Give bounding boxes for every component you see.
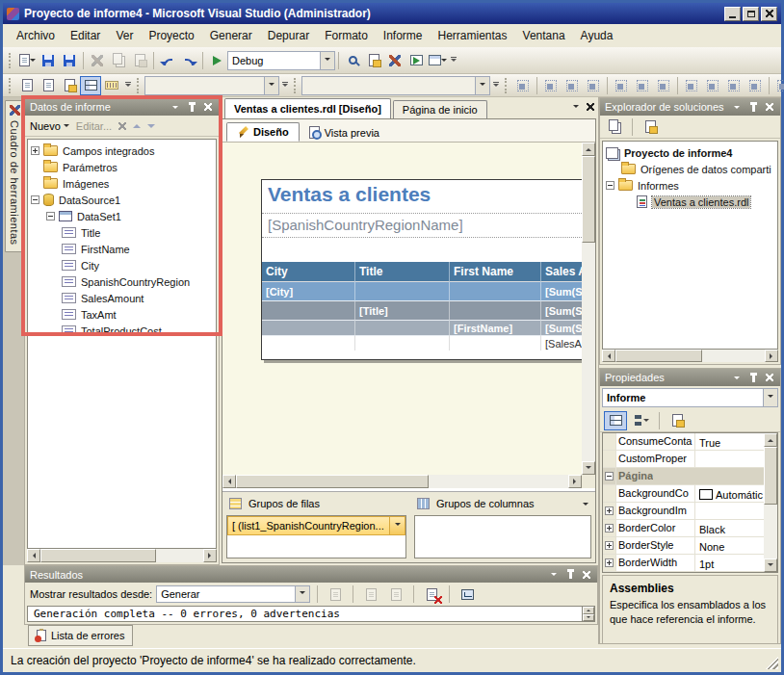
menu-ayuda[interactable]: Ayuda [573, 26, 621, 45]
property-value[interactable]: Black [695, 520, 764, 536]
menu-proyecto[interactable]: Proyecto [141, 26, 201, 45]
expander-icon[interactable] [605, 541, 614, 550]
toolbar-overflow-button[interactable] [490, 74, 502, 96]
property-row[interactable]: BackgroundIm [603, 503, 764, 520]
font-name-combo[interactable] [144, 76, 279, 95]
close-button[interactable] [761, 7, 777, 21]
deploy-button[interactable] [405, 51, 427, 70]
report-canvas[interactable]: Ventas a clientes [SpanishCountryRegionN… [261, 179, 582, 360]
new-field-button[interactable]: Nuevo [30, 120, 69, 132]
snap-to-grid-button[interactable] [512, 76, 534, 95]
table-cell[interactable]: [FirstName] [450, 321, 541, 336]
output-console[interactable]: Generación completa -- 0 errores, 0 adve… [27, 606, 595, 622]
property-row[interactable]: CustomProper [603, 451, 764, 468]
tree-item-report-file[interactable]: Ventas a clientes.rdl [637, 194, 777, 210]
horizontal-spacing-button[interactable] [772, 76, 784, 95]
toolbar-overflow-button[interactable] [122, 74, 134, 96]
menu-ver[interactable]: Ver [108, 26, 141, 45]
tree-item[interactable]: City [62, 257, 216, 273]
property-row[interactable]: BorderStyleNone [603, 537, 764, 555]
tab-vista-previa[interactable]: Vista previa [300, 123, 389, 142]
window-position-button[interactable] [731, 101, 743, 113]
property-row[interactable]: BorderColorBlack [603, 520, 764, 537]
auto-hide-button[interactable] [186, 101, 197, 113]
vertical-scrollbar[interactable] [582, 143, 595, 475]
property-category-row[interactable]: Página [603, 468, 764, 485]
table-row[interactable]: [City] [Sum(Sa [262, 282, 582, 301]
table-header-cell[interactable]: Title [355, 262, 450, 282]
goto-message-button[interactable] [325, 584, 346, 604]
scroll-thumb[interactable] [40, 549, 156, 562]
horizontal-scrollbar[interactable] [222, 475, 582, 488]
table-cell[interactable] [355, 321, 450, 336]
toolbar-grip[interactable] [137, 78, 142, 93]
undo-button[interactable] [157, 51, 178, 70]
tab-pagina-de-inicio[interactable]: Página de inicio [393, 100, 487, 118]
align-tops-button[interactable] [611, 76, 632, 95]
table-row[interactable]: [FirstName] [Sum(Sa [262, 321, 582, 336]
auto-hide-button[interactable] [747, 372, 759, 383]
scroll-left-button[interactable] [27, 549, 40, 562]
table-row[interactable]: [Title] [Sum(Sa [262, 301, 582, 321]
previous-message-button[interactable] [360, 584, 381, 604]
tab-ventas-a-clientes[interactable]: Ventas a clientes.rdl [Diseño] [224, 98, 391, 118]
debug-config-combo[interactable]: Debug [227, 51, 335, 70]
menu-depurar[interactable]: Depurar [260, 26, 317, 45]
tree-item-shared-datasources[interactable]: Orígenes de datos comparti [621, 161, 777, 177]
word-wrap-button[interactable] [457, 584, 478, 604]
column-groups-dropdown-button[interactable] [583, 503, 588, 508]
expander-icon[interactable] [605, 558, 614, 567]
window-position-button[interactable] [548, 569, 560, 581]
output-source-combo[interactable]: Generar [156, 585, 310, 603]
scroll-thumb[interactable] [615, 350, 702, 362]
same-width-button[interactable] [681, 76, 702, 95]
clear-all-button[interactable] [421, 584, 442, 604]
toolbar-grip[interactable] [294, 78, 299, 93]
grouping-toggle-button[interactable] [80, 76, 101, 95]
scroll-down-button[interactable] [583, 614, 594, 622]
menu-archivo[interactable]: Archivo [9, 26, 63, 45]
table-header-row[interactable]: City Title First Name Sales A [262, 262, 582, 282]
align-bottoms-button[interactable] [653, 76, 674, 95]
properties-window-button[interactable] [363, 51, 384, 70]
combo-arrow-button[interactable] [295, 586, 309, 602]
property-value[interactable]: Automátic [695, 485, 764, 502]
next-message-button[interactable] [385, 584, 406, 604]
find-in-files-button[interactable] [342, 51, 363, 70]
table-cell[interactable]: [City] [262, 282, 355, 301]
start-debug-button[interactable] [206, 51, 227, 70]
table-header-cell[interactable]: Sales A [541, 262, 582, 282]
maximize-button[interactable] [743, 7, 759, 21]
tree-item[interactable]: SalesAmount [62, 290, 216, 306]
object-selector-combo[interactable]: Informe [602, 388, 778, 407]
table-header-cell[interactable]: City [262, 262, 355, 282]
toolbar-overflow-button[interactable] [448, 47, 459, 73]
tree-item[interactable]: Title [62, 224, 216, 241]
scroll-up-button[interactable] [764, 433, 777, 447]
menu-herramientas[interactable]: Herramientas [431, 26, 515, 45]
table-row[interactable]: [SalesAm [262, 336, 582, 350]
tree-item[interactable]: Imágenes [31, 175, 216, 192]
scroll-right-button[interactable] [765, 350, 778, 362]
horizontal-scrollbar[interactable] [602, 350, 778, 362]
property-pages-button[interactable] [666, 411, 689, 430]
table-cell[interactable]: [Title] [355, 301, 450, 321]
table-cell[interactable] [262, 336, 355, 350]
report-page-button[interactable] [16, 76, 38, 95]
table-cell[interactable] [450, 336, 541, 350]
same-height-button[interactable] [702, 76, 723, 95]
auto-hide-button[interactable] [747, 101, 759, 113]
close-panel-button[interactable] [764, 101, 775, 113]
scroll-up-button[interactable] [583, 607, 594, 614]
combo-arrow-button[interactable] [475, 77, 489, 94]
report-title-textbox[interactable]: Ventas a clientes [262, 180, 582, 214]
scroll-thumb[interactable] [236, 475, 429, 488]
tree-item[interactable]: TotalProductCost [62, 323, 216, 339]
toolbar-grip[interactable] [9, 78, 13, 93]
report-subtitle-textbox[interactable]: [SpanishCountryRegionName] [262, 214, 582, 238]
property-value[interactable] [695, 503, 764, 519]
command-window-button[interactable] [427, 51, 448, 70]
window-position-button[interactable] [170, 101, 181, 113]
scroll-thumb[interactable] [582, 156, 595, 243]
property-value[interactable]: True [695, 433, 764, 450]
